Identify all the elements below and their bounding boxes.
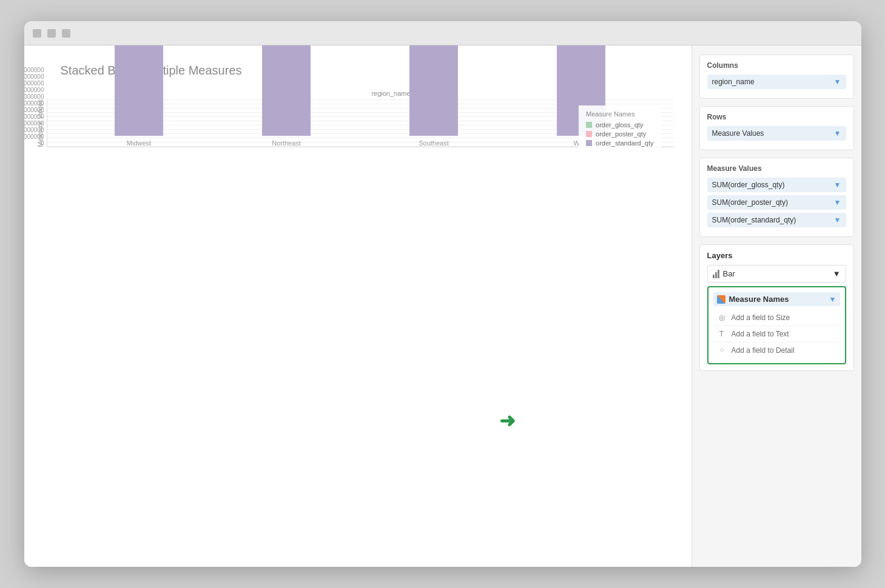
bar-group-midwest: Midwest bbox=[115, 45, 163, 147]
y-tick: 15000000 bbox=[24, 120, 44, 127]
measure-values-item-1: SUM(order_gloss_qty) bbox=[712, 181, 785, 189]
titlebar-btn-2[interactable] bbox=[47, 29, 56, 38]
legend-title: Measure Names bbox=[586, 110, 653, 118]
y-tick: 30000000 bbox=[24, 100, 44, 107]
field-text-label: Add a field to Text bbox=[732, 330, 789, 338]
field-row-size[interactable]: ◎ Add a field to Size bbox=[713, 310, 840, 326]
mv-arrow-3: ▼ bbox=[834, 216, 841, 224]
columns-label: Columns bbox=[707, 61, 846, 70]
bar-stack-southeast bbox=[409, 45, 458, 136]
app-window: Stacked Bars - Multiple Measures region_… bbox=[24, 21, 861, 567]
measure-names-box: Measure Names ▼ ◎ Add a field to Size T … bbox=[707, 286, 846, 364]
y-tick: 25000000 bbox=[24, 107, 44, 113]
bar-layer-row[interactable]: Bar ▼ bbox=[707, 265, 846, 282]
measure-values-pill-2[interactable]: SUM(order_poster_qty) ▼ bbox=[707, 195, 846, 210]
rows-arrow-icon: ▼ bbox=[834, 129, 841, 138]
legend-item-standard: order_standard_qty bbox=[586, 139, 653, 147]
y-tick: 35000000 bbox=[24, 93, 44, 100]
field-row-detail[interactable]: ⁘ Add a field to Detail bbox=[713, 342, 840, 358]
bar-standard-northeast bbox=[262, 45, 311, 136]
bar-group-northeast: Northeast bbox=[262, 45, 311, 147]
field-size-label: Add a field to Size bbox=[732, 313, 790, 322]
bar-chart-icon bbox=[713, 270, 719, 278]
mv-arrow-1: ▼ bbox=[834, 181, 841, 189]
y-tick: 40000000 bbox=[24, 87, 44, 93]
measure-values-item-3: SUM(order_standard_qty) bbox=[712, 216, 796, 224]
chart-legend: Measure Names order_gloss_qty order_post… bbox=[579, 105, 661, 153]
layers-section: Layers Bar ▼ bbox=[699, 244, 854, 371]
legend-label-standard: order_standard_qty bbox=[596, 139, 653, 147]
columns-pill[interactable]: region_name ▼ bbox=[707, 75, 846, 89]
main-chart-area: Stacked Bars - Multiple Measures region_… bbox=[24, 45, 692, 567]
green-arrow: ➜ bbox=[499, 409, 516, 432]
y-tick: 10000000 bbox=[24, 127, 44, 133]
legend-color-gloss bbox=[586, 122, 592, 128]
titlebar-btn-1[interactable] bbox=[33, 29, 41, 38]
plot-area: 0 5000000 10000000 15000000 20000000 250… bbox=[47, 99, 673, 147]
bar-label-northeast: Northeast bbox=[272, 139, 301, 147]
y-ticks: 0 5000000 10000000 15000000 20000000 250… bbox=[24, 99, 44, 147]
columns-value: region_name bbox=[712, 78, 755, 86]
legend-color-standard bbox=[586, 140, 592, 146]
measure-names-title: Measure Names bbox=[729, 295, 789, 304]
measure-values-section: Measure Values SUM(order_gloss_qty) ▼ SU… bbox=[699, 158, 854, 237]
content-area: Stacked Bars - Multiple Measures region_… bbox=[24, 45, 861, 567]
size-icon: ◎ bbox=[717, 313, 727, 322]
titlebar bbox=[24, 21, 861, 45]
titlebar-btn-3[interactable] bbox=[62, 29, 70, 38]
measure-values-label: Measure Values bbox=[707, 164, 846, 173]
legend-label-gloss: order_gloss_qty bbox=[596, 121, 643, 129]
bar-group-southeast: Southeast bbox=[409, 45, 458, 147]
detail-icon: ⁘ bbox=[717, 346, 727, 355]
y-tick: 0 bbox=[24, 140, 44, 147]
y-tick: 20000000 bbox=[24, 113, 44, 120]
columns-arrow-icon: ▼ bbox=[834, 78, 841, 86]
columns-section: Columns region_name ▼ bbox=[699, 55, 854, 99]
layers-label: Layers bbox=[707, 251, 846, 260]
bar-standard-southeast bbox=[409, 45, 458, 136]
chart-plot: 0 5000000 10000000 15000000 20000000 250… bbox=[47, 99, 673, 147]
measure-names-header[interactable]: Measure Names ▼ bbox=[713, 292, 840, 306]
measure-names-arrow: ▼ bbox=[829, 295, 836, 304]
rows-value: Measure Values bbox=[712, 129, 764, 138]
chart-inner: Measure Values 0 5000000 10000000 150000… bbox=[36, 99, 673, 147]
bar-stack-northeast bbox=[262, 45, 311, 136]
color-icon bbox=[717, 295, 725, 304]
bar-layer-left: Bar bbox=[713, 269, 735, 278]
measure-values-pill-3[interactable]: SUM(order_standard_qty) ▼ bbox=[707, 213, 846, 227]
measure-values-pill-1[interactable]: SUM(order_gloss_qty) ▼ bbox=[707, 178, 846, 192]
rows-label: Rows bbox=[707, 113, 846, 121]
bar-layer-label: Bar bbox=[723, 269, 735, 278]
bar-label-southeast: Southeast bbox=[419, 139, 449, 147]
measure-values-item-2: SUM(order_poster_qty) bbox=[712, 198, 788, 207]
text-icon: T bbox=[717, 329, 727, 339]
y-tick: 55000000 bbox=[24, 67, 44, 73]
rows-pill[interactable]: Measure Values ▼ bbox=[707, 126, 846, 141]
legend-item-gloss: order_gloss_qty bbox=[586, 121, 653, 129]
y-tick: 5000000 bbox=[24, 133, 44, 140]
field-detail-label: Add a field to Detail bbox=[732, 346, 795, 355]
bar-label-midwest: Midwest bbox=[127, 139, 151, 147]
y-tick: 50000000 bbox=[24, 73, 44, 80]
bar-standard-midwest bbox=[115, 45, 163, 136]
legend-item-poster: order_poster_qty bbox=[586, 130, 653, 138]
field-row-text[interactable]: T Add a field to Text bbox=[713, 326, 840, 342]
bar-stack-midwest bbox=[115, 45, 163, 136]
bar-layer-arrow: ▼ bbox=[833, 269, 841, 278]
mv-arrow-2: ▼ bbox=[834, 198, 841, 207]
legend-color-poster bbox=[586, 131, 592, 137]
rows-section: Rows Measure Values ▼ bbox=[699, 106, 854, 150]
right-panel: Columns region_name ▼ Rows Measure Value… bbox=[692, 45, 861, 567]
legend-label-poster: order_poster_qty bbox=[596, 130, 646, 138]
y-tick: 45000000 bbox=[24, 80, 44, 87]
measure-names-title-row: Measure Names bbox=[717, 295, 789, 304]
